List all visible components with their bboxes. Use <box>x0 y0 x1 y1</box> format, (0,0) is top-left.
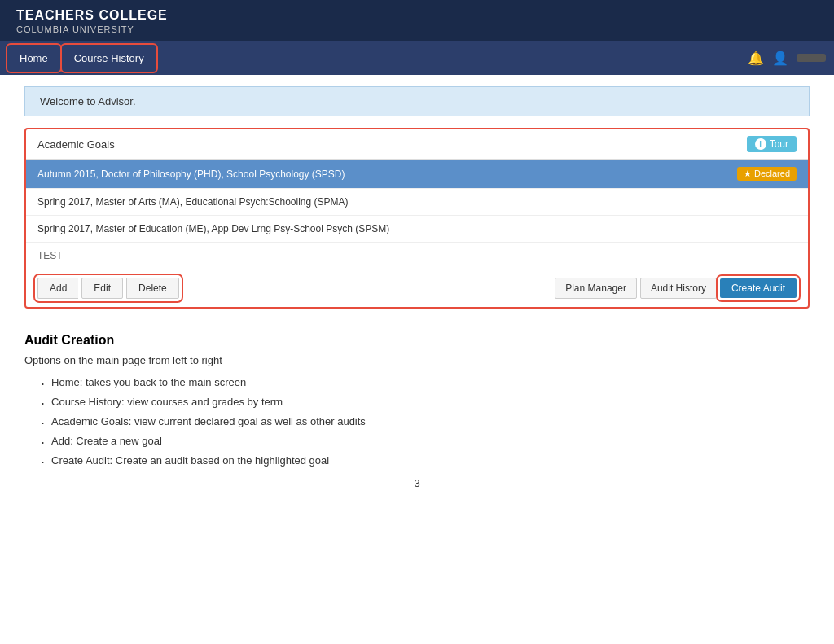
list-item: Create Audit: Create an audit based on t… <box>41 454 810 469</box>
info-icon: i <box>755 138 766 150</box>
page-number: 3 <box>24 477 810 489</box>
card-footer: Add Edit Delete Plan Manager Audit Histo… <box>26 269 808 307</box>
user-button[interactable] <box>797 54 826 62</box>
list-item: Academic Goals: view current declared go… <box>41 415 810 430</box>
navbar: Home Course History 🔔 👤 <box>0 41 834 75</box>
list-item-text: Course History: view courses and grades … <box>51 396 283 408</box>
welcome-bar: Welcome to Advisor. <box>24 86 810 116</box>
tour-button[interactable]: i Tour <box>747 136 797 152</box>
goal-row[interactable]: Spring 2017, Master of Arts (MA), Educat… <box>26 189 808 216</box>
user-icon[interactable]: 👤 <box>772 50 788 66</box>
goal-label: TEST <box>37 250 63 261</box>
list-item-text: Add: Create a new goal <box>51 435 162 447</box>
tour-label: Tour <box>770 138 788 150</box>
list-item-text: Create Audit: Create an audit based on t… <box>51 454 329 467</box>
bullet-list: Home: takes you back to the main screen … <box>41 376 810 469</box>
list-item-text: Home: takes you back to the main screen <box>51 376 246 388</box>
plan-manager-button[interactable]: Plan Manager <box>555 278 637 299</box>
list-item: Course History: view courses and grades … <box>41 396 810 410</box>
goal-row[interactable]: Spring 2017, Master of Education (ME), A… <box>26 216 808 243</box>
header-title: TEACHERS COLLEGE <box>16 8 818 23</box>
footer-right-buttons: Plan Manager Audit History Create Audit <box>555 278 797 299</box>
nav-course-history[interactable]: Course History <box>63 46 156 71</box>
header: TEACHERS COLLEGE COLUMBIA UNIVERSITY <box>0 0 834 41</box>
header-subtitle: COLUMBIA UNIVERSITY <box>16 24 818 34</box>
declared-badge: ★ Declared <box>737 167 797 181</box>
navbar-right: 🔔 👤 <box>748 50 826 66</box>
nav-home[interactable]: Home <box>8 46 59 71</box>
goal-row[interactable]: Autumn 2015, Doctor of Philosophy (PHD),… <box>26 160 808 189</box>
options-intro: Options on the main page from left to ri… <box>24 354 810 366</box>
goal-label: Spring 2017, Master of Education (ME), A… <box>37 223 389 234</box>
academic-goals-card: Academic Goals i Tour Autumn 2015, Docto… <box>24 128 810 309</box>
card-title: Academic Goals <box>37 138 115 151</box>
create-audit-button[interactable]: Create Audit <box>720 278 797 298</box>
edit-button[interactable]: Edit <box>81 278 123 299</box>
audit-creation-title: Audit Creation <box>24 333 810 348</box>
welcome-text: Welcome to Advisor. <box>40 95 136 107</box>
goal-label: Autumn 2015, Doctor of Philosophy (PHD),… <box>37 169 345 180</box>
bell-icon[interactable]: 🔔 <box>748 50 764 66</box>
delete-button[interactable]: Delete <box>126 278 179 299</box>
main-content: Audit Creation Options on the main page … <box>0 309 834 506</box>
list-item: Add: Create a new goal <box>41 435 810 449</box>
add-button[interactable]: Add <box>37 278 78 299</box>
goal-row[interactable]: TEST <box>26 243 808 269</box>
card-header: Academic Goals i Tour <box>26 129 808 160</box>
list-item: Home: takes you back to the main screen <box>41 376 810 391</box>
audit-history-button[interactable]: Audit History <box>640 278 717 299</box>
list-item-text: Academic Goals: view current declared go… <box>51 415 366 427</box>
goal-label: Spring 2017, Master of Arts (MA), Educat… <box>37 196 349 208</box>
footer-left-buttons: Add Edit Delete <box>37 278 179 299</box>
